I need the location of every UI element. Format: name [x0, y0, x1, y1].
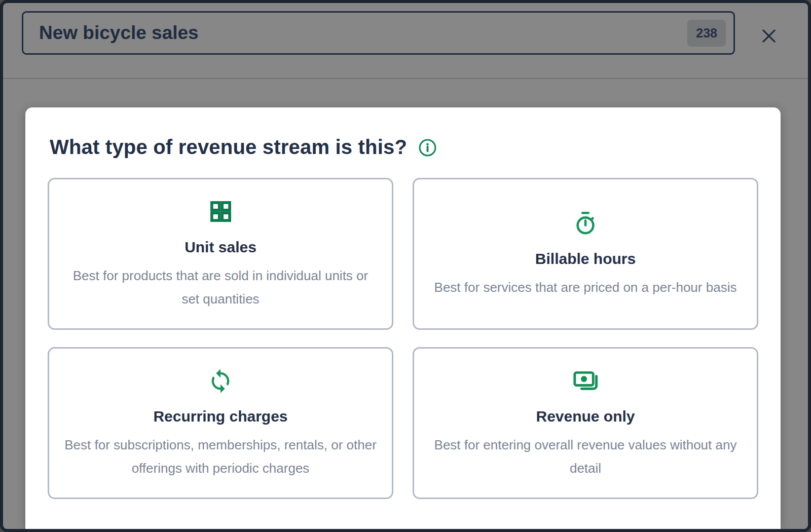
option-description: Best for services that are priced on a p… [434, 276, 737, 299]
stream-name-field[interactable]: 238 [22, 11, 735, 55]
panel-title-row: What type of revenue stream is this? [50, 136, 758, 159]
revenue-type-options: Unit sales Best for products that are so… [48, 178, 758, 499]
card-icon-wrap [209, 197, 233, 226]
card-icon-wrap [573, 209, 598, 238]
option-description: Best for subscriptions, memberships, ren… [63, 433, 378, 480]
char-count-badge: 238 [687, 20, 726, 47]
option-title: Unit sales [185, 239, 256, 256]
option-card-recurring-charges[interactable]: Recurring charges Best for subscriptions… [48, 347, 393, 499]
option-description: Best for entering overall revenue values… [428, 433, 743, 480]
option-card-unit-sales[interactable]: Unit sales Best for products that are so… [48, 178, 393, 330]
close-icon [759, 26, 779, 46]
option-title: Billable hours [535, 250, 636, 268]
card-icon-wrap [207, 366, 234, 396]
option-title: Revenue only [536, 408, 635, 425]
revenue-type-panel: What type of revenue stream is this? [25, 107, 781, 529]
stream-name-input[interactable] [39, 22, 687, 44]
info-icon [418, 138, 437, 157]
option-title: Recurring charges [153, 408, 287, 425]
option-description: Best for products that are sold in indiv… [63, 264, 378, 311]
screenshot-frame: 238 What type of revenue stream is this? [0, 0, 811, 532]
refresh-cycle-icon [207, 368, 234, 394]
grid-icon [209, 200, 233, 223]
option-card-revenue-only[interactable]: Revenue only Best for entering overall r… [413, 347, 758, 499]
page-title: What type of revenue stream is this? [50, 136, 407, 159]
card-icon-wrap [572, 366, 599, 396]
stream-name-header: 238 [3, 3, 808, 79]
option-card-billable-hours[interactable]: Billable hours Best for services that ar… [413, 178, 758, 330]
info-button[interactable] [418, 138, 437, 157]
banknote-icon [572, 367, 599, 395]
stopwatch-icon [573, 211, 598, 236]
close-button[interactable] [757, 24, 781, 48]
